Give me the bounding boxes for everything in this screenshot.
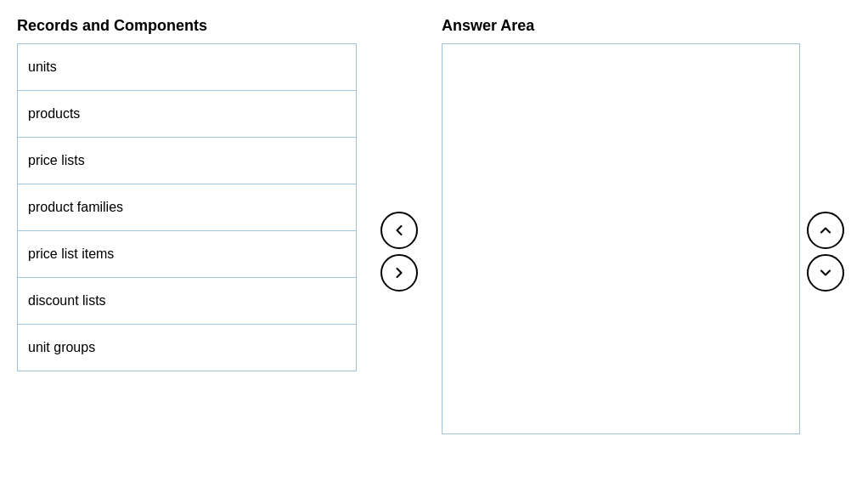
right-heading: Answer Area [442, 17, 800, 35]
list-item[interactable]: products [18, 91, 356, 138]
list-item[interactable]: unit groups [18, 325, 356, 371]
move-right-button[interactable] [380, 254, 418, 292]
move-up-button[interactable] [807, 212, 844, 249]
move-left-button[interactable] [380, 212, 418, 249]
left-heading: Records and Components [17, 17, 357, 35]
list-item[interactable]: price list items [18, 231, 356, 278]
list-item[interactable]: product families [18, 184, 356, 231]
move-down-button[interactable] [807, 254, 844, 292]
records-list: units products price lists product famil… [17, 43, 357, 371]
right-controls [800, 17, 851, 434]
answer-area[interactable] [442, 43, 800, 434]
list-item[interactable]: price lists [18, 138, 356, 184]
list-item[interactable]: units [18, 44, 356, 91]
list-item[interactable]: discount lists [18, 278, 356, 325]
middle-controls [357, 17, 442, 434]
